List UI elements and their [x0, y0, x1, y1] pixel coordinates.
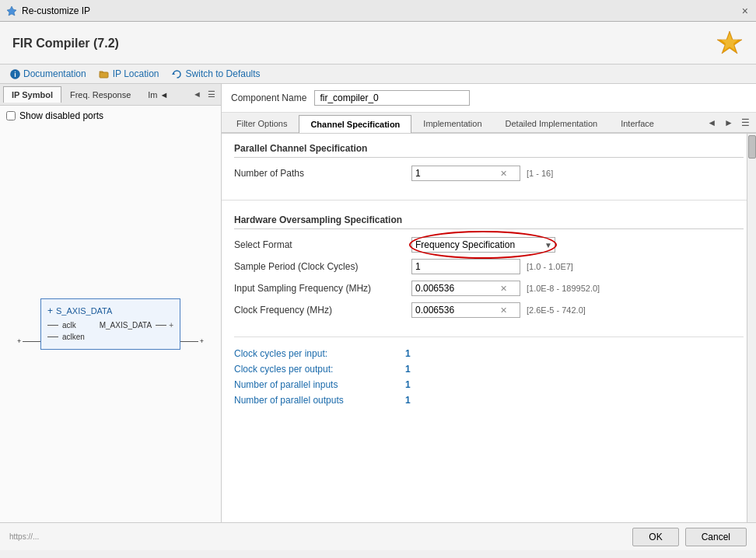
tab-filter-options[interactable]: Filter Options [225, 114, 299, 132]
left-panel: IP Symbol Freq. Response Im ◄ ◄ ☰ Show d… [0, 84, 222, 522]
refresh-icon [172, 68, 183, 79]
input-sampling-freq-row: Input Sampling Frequency (MHz) ✕ [1.0E-8… [234, 281, 744, 296]
documentation-button[interactable]: i Documentation [9, 68, 86, 79]
component-name-input[interactable] [314, 90, 470, 106]
switch-defaults-label: Switch to Defaults [186, 68, 261, 79]
ip-block: + S_AXIS_DATA aclk M_AXIS_DATA + [40, 298, 180, 350]
s-axis-label: S_AXIS_DATA [56, 306, 112, 316]
switch-defaults-button[interactable]: Switch to Defaults [172, 68, 261, 79]
select-format-label: Select Format [234, 239, 405, 250]
sample-period-range: [1.0 - 1.0E7] [527, 262, 573, 271]
component-name-label: Component Name [231, 92, 306, 103]
tab-ip-symbol[interactable]: IP Symbol [3, 86, 61, 103]
left-tab-prev-arrow[interactable]: ◄ [191, 88, 204, 101]
svg-rect-5 [100, 72, 108, 78]
parallel-channel-section: Parallel Channel Specification Number of… [222, 134, 756, 194]
tabs-row: Filter Options Channel Specification Imp… [222, 113, 756, 134]
number-of-paths-clear-btn[interactable]: ✕ [498, 169, 509, 179]
ip-location-label: IP Location [113, 68, 159, 79]
input-sampling-freq-wrapper: ✕ [411, 281, 520, 296]
input-sampling-freq-input[interactable] [412, 281, 498, 295]
clock-frequency-input[interactable] [412, 303, 498, 317]
sample-period-row: Sample Period (Clock Cycles) [1.0 - 1.0E… [234, 259, 744, 274]
tab-freq-response[interactable]: Freq. Response [61, 86, 139, 103]
tab-menu-button[interactable]: ☰ [738, 116, 753, 130]
tab-implementation[interactable]: Implementation [411, 114, 493, 132]
sample-period-input[interactable] [412, 260, 498, 274]
close-button[interactable]: × [740, 5, 750, 17]
input-sampling-freq-range: [1.0E-8 - 189952.0] [527, 284, 600, 293]
show-disabled-row: Show disabled ports [0, 106, 221, 126]
svg-marker-6 [172, 72, 175, 75]
title-bar: Re-customize IP × [0, 0, 756, 22]
app-icon [6, 5, 17, 16]
aclken-label: aclken [62, 333, 85, 341]
clock-cycles-per-output-row: Clock cycles per output: 1 [234, 364, 744, 375]
tab-next-arrow[interactable]: ► [721, 116, 737, 130]
s-axis-expand-icon[interactable]: + [17, 337, 21, 345]
number-of-paths-input[interactable] [412, 166, 498, 180]
cancel-button[interactable]: Cancel [685, 528, 747, 546]
parallel-channel-title: Parallel Channel Specification [234, 143, 744, 158]
title-bar-text: Re-customize IP [22, 5, 90, 16]
parallel-outputs-value: 1 [405, 395, 411, 406]
clock-frequency-label: Clock Frequency (MHz) [234, 305, 405, 316]
parallel-outputs-row: Number of parallel outputs 1 [234, 395, 744, 406]
m-axis-expand-icon[interactable]: + [200, 337, 204, 345]
clock-info-section: Clock cycles per input: 1 Clock cycles p… [222, 345, 756, 417]
main-content: IP Symbol Freq. Response Im ◄ ◄ ☰ Show d… [0, 84, 756, 522]
toolbar: i Documentation IP Location Switch to De… [0, 65, 756, 84]
select-format-dropdown[interactable]: Frequency Specification Sample Period Ha… [411, 237, 555, 253]
tab-detailed-implementation[interactable]: Detailed Implementation [494, 114, 610, 132]
parallel-inputs-label: Number of parallel inputs [234, 379, 405, 390]
clock-frequency-row: Clock Frequency (MHz) ✕ [2.6E-5 - 742.0] [234, 302, 744, 318]
left-tab-menu-icon[interactable]: ☰ [205, 88, 218, 101]
status-url: https://... [9, 532, 626, 541]
parallel-inputs-value: 1 [405, 379, 411, 390]
scrollbar[interactable] [747, 134, 756, 522]
left-tabs: IP Symbol Freq. Response Im ◄ ◄ ☰ [0, 84, 221, 106]
select-format-row: Select Format Frequency Specification Sa… [234, 237, 744, 253]
documentation-label: Documentation [23, 68, 86, 79]
parallel-outputs-label: Number of parallel outputs [234, 395, 405, 406]
clock-frequency-wrapper: ✕ [411, 302, 520, 318]
svg-marker-0 [7, 6, 16, 16]
clock-frequency-range: [2.6E-5 - 742.0] [527, 305, 586, 315]
sample-period-label: Sample Period (Clock Cycles) [234, 261, 405, 272]
s-axis-plus-icon[interactable]: + [47, 305, 53, 316]
tab-prev-arrow[interactable]: ◄ [704, 116, 719, 130]
input-sampling-freq-label: Input Sampling Frequency (MHz) [234, 283, 405, 294]
parallel-inputs-row: Number of parallel inputs 1 [234, 379, 744, 390]
right-panel: Component Name Filter Options Channel Sp… [222, 84, 756, 522]
m-axis-data-label: M_AXIS_DATA [100, 321, 152, 330]
folder-icon [99, 68, 110, 79]
app-logo [716, 30, 744, 58]
number-of-paths-range: [1 - 16] [527, 169, 553, 178]
app-title: FIR Compiler (7.2) [12, 37, 119, 51]
show-disabled-checkbox[interactable] [6, 111, 16, 120]
tab-im[interactable]: Im ◄ [139, 86, 177, 103]
tab-channel-specification[interactable]: Channel Specification [299, 115, 411, 133]
select-format-wrapper: Frequency Specification Sample Period Ha… [411, 237, 555, 253]
ok-button[interactable]: OK [632, 528, 678, 546]
number-of-paths-input-wrapper: ✕ [411, 166, 520, 181]
number-of-paths-row: Number of Paths ✕ [1 - 16] [234, 166, 744, 181]
ip-location-button[interactable]: IP Location [99, 68, 159, 79]
aclk-label: aclk [62, 321, 76, 330]
clock-cycles-per-input-label: Clock cycles per input: [234, 348, 405, 359]
clock-cycles-per-input-row: Clock cycles per input: 1 [234, 348, 744, 359]
show-disabled-label[interactable]: Show disabled ports [19, 110, 103, 121]
component-name-row: Component Name [222, 84, 756, 113]
number-of-paths-label: Number of Paths [234, 168, 405, 179]
clock-frequency-clear[interactable]: ✕ [498, 305, 509, 316]
clock-cycles-per-output-value: 1 [405, 364, 411, 375]
clock-cycles-per-input-value: 1 [405, 348, 411, 359]
app-header: FIR Compiler (7.2) [0, 22, 756, 65]
clock-cycles-per-output-label: Clock cycles per output: [234, 364, 405, 375]
info-icon: i [9, 68, 20, 79]
input-sampling-freq-clear[interactable]: ✕ [498, 284, 509, 294]
tab-interface[interactable]: Interface [609, 114, 666, 132]
sample-period-input-wrapper [411, 259, 520, 274]
scrollbar-thumb[interactable] [748, 135, 756, 159]
m-axis-expand-btn[interactable]: + [169, 321, 173, 330]
